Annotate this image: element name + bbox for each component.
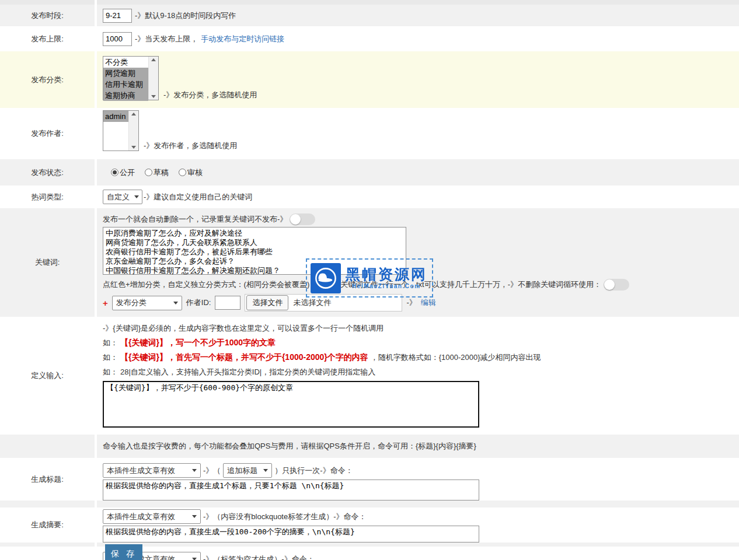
- publish-time-hint: -》默认9-18点的时间段内写作: [135, 10, 236, 21]
- example-command-2: 【{关键词}】，首先写一个标题，并写不少于{1000-2000}个字的内容: [120, 352, 368, 363]
- row-publish-author: 发布作者: admin -》发布作者，多选随机使用: [0, 108, 739, 159]
- field-label: 热词类型:: [0, 186, 97, 208]
- status-radio-draft[interactable]: 草稿: [145, 167, 169, 178]
- hotword-hint: -》建议自定义使用自己的关键词: [144, 192, 252, 202]
- keyword-loop-toggle[interactable]: [604, 279, 629, 290]
- scroll-down-icon[interactable]: [131, 146, 136, 149]
- listbox-option[interactable]: 信用卡逾期: [103, 79, 148, 90]
- title-append-select[interactable]: 追加标题: [223, 463, 272, 478]
- row-publish-time: 发布时段: -》默认9-18点的时间段内写作: [0, 5, 739, 26]
- edit-link[interactable]: 编辑: [421, 298, 436, 308]
- publish-limit-hint: -》当天发布上限，: [135, 34, 198, 44]
- row-publish-status: 发布状态: 公开 草稿 审核: [0, 159, 739, 186]
- keywords-toggle2-text: 点红色+增加分类，自定义独立分类方式：(相同分类会被覆盖)，上传txt关键词文件…: [103, 279, 601, 290]
- publish-time-input[interactable]: [103, 9, 132, 23]
- title-mode-select[interactable]: 本插件生成文章有效: [103, 463, 201, 478]
- field-label: 发布上限:: [0, 26, 97, 51]
- status-radio-review[interactable]: 审核: [179, 167, 203, 178]
- file-input[interactable]: 选择文件 未选择文件: [245, 294, 402, 312]
- author-id-input[interactable]: [215, 296, 240, 310]
- field-label: 定义输入:: [0, 317, 97, 435]
- delete-after-publish-toggle[interactable]: [290, 214, 315, 225]
- keywords-toggle1-text: 发布一个就会自动删除一个，记录重复关键词不发布-》: [103, 214, 287, 225]
- chevron-down-icon: [173, 302, 178, 304]
- author-multiselect[interactable]: admin: [103, 110, 139, 151]
- row-keywords: 关键词: 发布一个就会自动删除一个，记录重复关键词不发布-》 中原消费逾期了怎么…: [0, 208, 739, 317]
- summary-mode-select[interactable]: 本插件生成文章有效: [103, 509, 201, 524]
- listbox-option[interactable]: admin: [103, 111, 128, 122]
- command-note-text: 命令输入也是按字收费的，每个功能都会叠加QPS与费用，请根据QPS条件开启，命令…: [103, 441, 476, 452]
- row-generate-summary: 生成摘要: 本插件生成文章有效 -》（内容没有blockquote标签才生成）-…: [0, 508, 739, 542]
- hotword-type-select[interactable]: 自定义: [103, 190, 142, 204]
- listbox-scrollbar[interactable]: [148, 57, 158, 100]
- row-custom-input: 定义输入: -》{关键词}是必须的，生成内容字数也在这里定义，可以设置多个一行一…: [0, 317, 739, 435]
- row-separator: [0, 501, 739, 508]
- scroll-down-icon[interactable]: [151, 95, 156, 98]
- keyword-category-select[interactable]: 发布分类: [112, 296, 182, 310]
- title-command-textarea[interactable]: 根据我提供给你的内容，直接生成1个标题，只要1个标题 \n\n{标题}: [103, 480, 479, 501]
- keywords-textarea[interactable]: 中原消费逾期了怎么办，应对及解决途径 网商贷逾期了怎么办，几天会联系紧急联系人 …: [103, 227, 406, 275]
- row-generate-title: 生成标题: 本插件生成文章有效 -》（ 追加标题 ）只执行一次-》命令： 根据我…: [0, 458, 739, 501]
- status-radio-public[interactable]: 公开: [111, 167, 135, 178]
- scroll-up-icon[interactable]: [131, 113, 136, 116]
- field-label: 发布分类:: [0, 51, 97, 108]
- row-separator-top: [0, 0, 739, 5]
- field-label: 关键词:: [0, 208, 97, 317]
- scroll-up-icon[interactable]: [151, 58, 156, 61]
- radio-icon[interactable]: [179, 169, 186, 176]
- chevron-down-icon: [192, 515, 197, 518]
- field-label: 生成摘要:: [0, 508, 97, 542]
- listbox-option[interactable]: 网贷逾期: [103, 68, 148, 79]
- add-category-button[interactable]: +: [103, 298, 108, 308]
- choose-file-button[interactable]: 选择文件: [246, 295, 288, 310]
- row-command-note: 命令输入也是按字收费的，每个功能都会叠加QPS与费用，请根据QPS条件开启，命令…: [0, 435, 739, 458]
- row-publish-limit: 发布上限: -》当天发布上限， 手动发布与定时访问链接: [0, 26, 739, 51]
- field-label: 生成标题:: [0, 458, 97, 501]
- example-command-1: 【{关键词}】，写一个不少于1000字的文章: [120, 338, 276, 348]
- author-id-label: 作者ID:: [186, 298, 211, 308]
- summary-command-textarea[interactable]: 根据我提供给你的内容，直接生成一段100-200个字的摘要，\n\n{标题}: [103, 526, 479, 542]
- listbox-scrollbar[interactable]: [128, 111, 138, 150]
- chevron-down-icon: [192, 469, 197, 472]
- field-label: 发布作者:: [0, 108, 97, 159]
- field-label: 发布时段:: [0, 5, 97, 26]
- chevron-down-icon: [263, 469, 268, 472]
- example-command-3: 28|自定义输入，支持输入开头指定分类ID|，指定分类的关键词使用指定输入: [120, 367, 375, 377]
- radio-icon[interactable]: [145, 169, 152, 176]
- chevron-down-icon: [192, 558, 197, 560]
- radio-checked-icon[interactable]: [111, 169, 118, 176]
- row-hotword-type: 热词类型: 自定义 -》建议自定义使用自己的关键词: [0, 186, 739, 208]
- field-label: 发布状态:: [0, 159, 97, 186]
- file-status-text: 未选择文件: [293, 298, 331, 308]
- listbox-option[interactable]: 逾期协商: [103, 90, 148, 101]
- manual-publish-link[interactable]: 手动发布与定时访问链接: [201, 34, 284, 44]
- save-button[interactable]: 保 存: [105, 544, 142, 560]
- chevron-down-icon: [134, 195, 139, 198]
- row-publish-category: 发布分类: 不分类 网贷逾期 信用卡逾期 逾期协商 -》发布分类，多选随机使用: [0, 51, 739, 108]
- arrow-text: -》: [406, 298, 416, 308]
- category-multiselect[interactable]: 不分类 网贷逾期 信用卡逾期 逾期协商: [103, 56, 159, 100]
- listbox-option[interactable]: 不分类: [103, 57, 148, 68]
- category-hint: -》发布分类，多选随机使用: [163, 90, 257, 100]
- custom-input-textarea[interactable]: 【{关键词}】，并写不少于{600-900}个字的原创文章: [103, 381, 479, 428]
- publish-limit-input[interactable]: [103, 32, 132, 46]
- custom-input-hint: -》{关键词}是必须的，生成内容字数也在这里定义，可以设置多个一行一个随机调用: [103, 323, 384, 334]
- author-hint: -》发布作者，多选随机使用: [144, 141, 237, 151]
